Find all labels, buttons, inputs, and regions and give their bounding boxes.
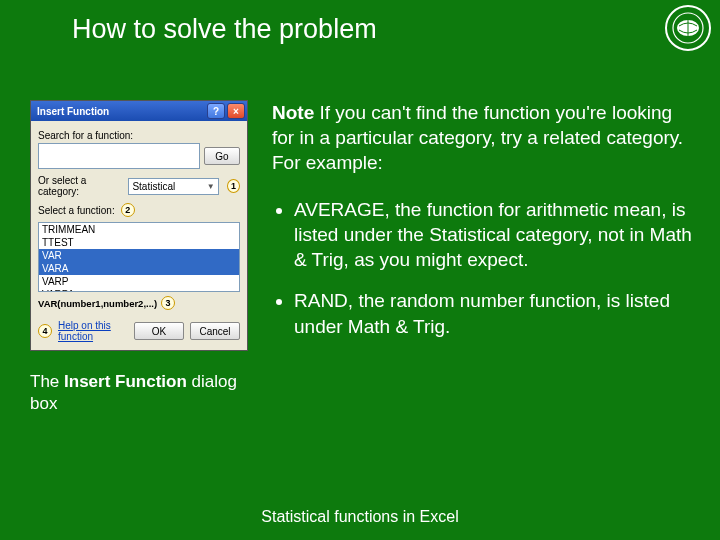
function-signature: VAR(number1,number2,...) bbox=[38, 298, 157, 309]
category-value: Statistical bbox=[132, 181, 175, 192]
list-item[interactable]: TRIMMEAN bbox=[39, 223, 239, 236]
note-label: Note bbox=[272, 102, 314, 123]
close-icon[interactable]: × bbox=[227, 103, 245, 119]
callout-2: 2 bbox=[121, 203, 135, 217]
list-item[interactable]: VARA bbox=[39, 262, 239, 275]
dialog-title: Insert Function bbox=[37, 106, 109, 117]
cancel-button[interactable]: Cancel bbox=[190, 322, 240, 340]
go-button[interactable]: Go bbox=[204, 147, 240, 165]
category-label: Or select a category: bbox=[38, 175, 124, 197]
bullet-1: AVERAGE, the function for arithmetic mea… bbox=[294, 197, 696, 272]
slide-footer: Statistical functions in Excel bbox=[0, 508, 720, 526]
list-item[interactable]: VARPA bbox=[39, 288, 239, 292]
institute-logo bbox=[664, 4, 712, 52]
function-list[interactable]: TRIMMEAN TTEST VAR VARA VARP VARPA bbox=[38, 222, 240, 292]
search-label: Search for a function: bbox=[38, 130, 240, 141]
insert-function-dialog: Insert Function ? × Search for a functio… bbox=[30, 100, 248, 351]
help-link[interactable]: Help on this function bbox=[58, 320, 128, 342]
callout-1: 1 bbox=[227, 179, 240, 193]
help-icon[interactable]: ? bbox=[207, 103, 225, 119]
list-item[interactable]: TTEST bbox=[39, 236, 239, 249]
ok-button[interactable]: OK bbox=[134, 322, 184, 340]
list-item[interactable]: VARP bbox=[39, 275, 239, 288]
bullet-2: RAND, the random number function, is lis… bbox=[294, 288, 696, 338]
slide-title: How to solve the problem bbox=[72, 14, 377, 45]
list-item[interactable]: VAR bbox=[39, 249, 239, 262]
callout-3: 3 bbox=[161, 296, 175, 310]
dialog-titlebar: Insert Function ? × bbox=[31, 101, 247, 121]
note-body: If you can't find the function you're lo… bbox=[272, 102, 683, 173]
chevron-down-icon: ▼ bbox=[207, 182, 215, 191]
select-function-label: Select a function: bbox=[38, 205, 115, 216]
dialog-caption: The Insert Function dialog box bbox=[30, 371, 248, 415]
slide-body-text: Note If you can't find the function you'… bbox=[272, 100, 696, 355]
category-select[interactable]: Statistical ▼ bbox=[128, 178, 218, 195]
search-input[interactable] bbox=[38, 143, 200, 169]
callout-4: 4 bbox=[38, 324, 52, 338]
